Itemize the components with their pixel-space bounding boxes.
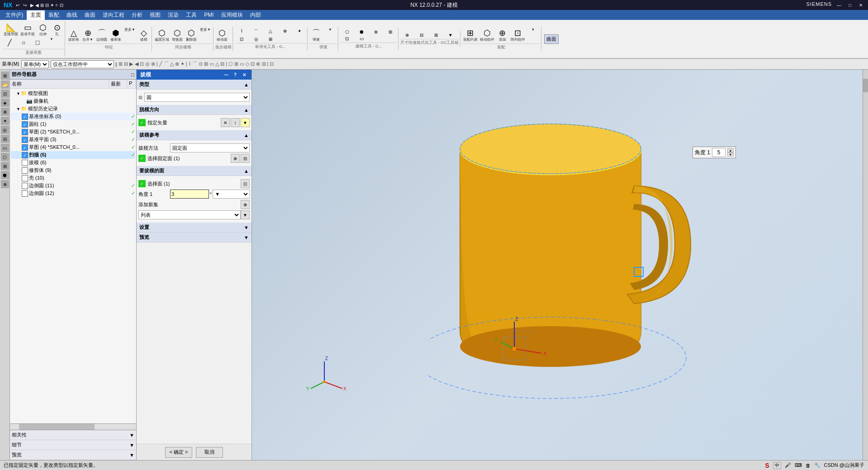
tree-datum[interactable]: ✓ 基准坐标系 (0) ✓ bbox=[11, 113, 135, 120]
angle1-formula-select[interactable]: ▼ bbox=[213, 190, 250, 199]
left-icon-1[interactable]: ⊞ bbox=[1, 71, 9, 80]
draft-btn[interactable]: ◇拔模 bbox=[137, 28, 151, 43]
curve-btn3[interactable]: △ bbox=[264, 28, 277, 35]
nav-preview[interactable]: 预览 ▼ bbox=[10, 450, 136, 460]
angle1-input[interactable] bbox=[170, 190, 209, 199]
tree-model-view[interactable]: ▼ 📁 模型视图 bbox=[11, 90, 135, 97]
left-icon-11[interactable]: ⊞ bbox=[1, 162, 9, 170]
fixed-face-add-btn[interactable]: ⊕ bbox=[231, 154, 240, 163]
more-sync-btn[interactable]: 更多▼ bbox=[199, 28, 212, 43]
close-btn[interactable]: ✕ bbox=[857, 1, 864, 9]
nav-details[interactable]: 细节 ▼ bbox=[10, 440, 136, 450]
line-btn[interactable]: ╱ bbox=[3, 37, 16, 48]
curve-btn1[interactable]: ⌇ bbox=[235, 28, 248, 35]
move-component-btn[interactable]: ⬡移动组件 bbox=[479, 28, 495, 43]
rect-btn[interactable]: □ bbox=[31, 37, 44, 48]
left-icon-12[interactable]: ⬢ bbox=[1, 171, 9, 179]
dim-btn3[interactable]: ⊞ bbox=[429, 32, 443, 38]
sketch-btn[interactable]: 📐 直接草图 bbox=[3, 22, 19, 37]
menu-reverse[interactable]: 逆向工程 bbox=[99, 10, 128, 20]
right-scrollbar[interactable] bbox=[863, 70, 868, 460]
menu-view[interactable]: 视图 bbox=[146, 10, 164, 20]
add-component-btn[interactable]: ⊕添加 bbox=[496, 28, 509, 43]
angle-spin-down[interactable]: ▼ bbox=[727, 152, 734, 157]
menu-home[interactable]: 主页 bbox=[27, 10, 45, 20]
curve-btn6[interactable]: ⊡ bbox=[235, 36, 248, 42]
ok-button[interactable]: < 确定 > bbox=[165, 447, 192, 458]
left-icon-2[interactable]: 📂 bbox=[1, 81, 9, 89]
menu-apps[interactable]: 应用模块 bbox=[218, 10, 247, 20]
nav-related[interactable]: 相关性 ▼ bbox=[10, 430, 136, 440]
build-btn1[interactable]: ⬡ bbox=[340, 29, 354, 35]
dialog-min-btn[interactable]: — bbox=[223, 71, 230, 78]
list-expand-btn[interactable]: ▼ bbox=[241, 210, 250, 219]
vector-clear-btn[interactable]: ✕ bbox=[221, 118, 230, 127]
curve-btn4[interactable]: ⊕ bbox=[278, 28, 292, 35]
tree-sketch2[interactable]: ✓ 草图 (2) *SKETCH_0... ✓ bbox=[11, 128, 135, 136]
tree-check-sweep5[interactable]: ✓ bbox=[22, 152, 28, 158]
tree-check-cylinder[interactable]: ✓ bbox=[22, 121, 28, 128]
menu-tools[interactable]: 工具 bbox=[182, 10, 200, 20]
asm-more-btn[interactable]: ▼ bbox=[526, 28, 540, 43]
datum-plane-btn[interactable]: ▭ 基准平面 bbox=[19, 22, 36, 37]
menu-file[interactable]: 文件(F) bbox=[2, 10, 27, 20]
curve-btn8[interactable]: ⊞ bbox=[264, 36, 277, 42]
more-sketch-btn[interactable]: ▼ bbox=[45, 37, 58, 48]
menu-pmi[interactable]: PMI bbox=[200, 11, 217, 19]
method-select[interactable]: 固定面 bbox=[170, 143, 250, 152]
circle-btn[interactable]: ○ bbox=[17, 37, 30, 48]
tree-check-shell10[interactable] bbox=[22, 175, 28, 181]
curve-btn7[interactable]: ◎ bbox=[249, 36, 263, 42]
draft-faces-section-header[interactable]: 要拔模的面 ▲ bbox=[137, 166, 251, 176]
more-feature-btn[interactable]: 更多▼ bbox=[123, 28, 137, 43]
menu-assembly[interactable]: 装配 bbox=[45, 10, 63, 20]
menu-surface[interactable]: 曲面 bbox=[81, 10, 99, 20]
left-icon-5[interactable]: ⊕ bbox=[1, 108, 9, 116]
list-select[interactable]: 列表 bbox=[138, 210, 241, 219]
left-icon-9[interactable]: ▭ bbox=[1, 144, 9, 152]
curve-btn5[interactable]: ✦ bbox=[293, 28, 306, 35]
type-select[interactable]: 圆 bbox=[144, 93, 250, 102]
delete-face-btn[interactable]: ⬡删除面 bbox=[185, 28, 198, 43]
left-icon-6[interactable]: ✦ bbox=[1, 117, 9, 125]
dialog-help-btn[interactable]: ? bbox=[232, 71, 239, 78]
offset-region-btn[interactable]: ⬡偏置区域 bbox=[154, 28, 170, 43]
dim-btn1[interactable]: ⊕ bbox=[400, 32, 414, 38]
build-btn6[interactable]: ▭ bbox=[355, 36, 368, 42]
settings-section-header[interactable]: 设置 ▼ bbox=[137, 223, 251, 233]
replace-face-btn[interactable]: ⬡替换面 bbox=[171, 28, 184, 43]
draft-dir-section-header[interactable]: 脱模方向 ▲ bbox=[137, 105, 251, 115]
modify-body-btn[interactable]: ⬢修剪体 bbox=[109, 28, 123, 43]
tree-datum3[interactable]: ✓ 基准平面 (3) ✓ bbox=[11, 136, 135, 143]
tree-check-sketch2[interactable]: ✓ bbox=[22, 129, 28, 135]
tree-check-sketch4[interactable]: ✓ bbox=[22, 144, 28, 151]
menu-render[interactable]: 渲染 bbox=[164, 10, 182, 20]
build-btn3[interactable]: ⊕ bbox=[369, 29, 383, 35]
draft-ref-section-header[interactable]: 拔模参考 ▲ bbox=[137, 130, 251, 140]
menu-curve[interactable]: 曲线 bbox=[63, 10, 81, 20]
draft-angle-btn[interactable]: △拔斜角 bbox=[67, 28, 81, 43]
type-section-header[interactable]: 类型 ▲ bbox=[137, 80, 251, 90]
undo-btn[interactable]: ↩ bbox=[16, 3, 19, 8]
vector-reverse-btn[interactable]: ↕ bbox=[231, 118, 240, 127]
edge-blend-btn[interactable]: ⌒边倒圆 bbox=[95, 28, 109, 43]
unit-select[interactable]: 菜单(M) bbox=[21, 60, 49, 68]
more-spring-btn[interactable]: ▼ bbox=[323, 28, 337, 43]
tree-sweep5[interactable]: ✓ 扫描 (5) ✓ bbox=[11, 151, 135, 159]
asm-constraint-btn[interactable]: ⊞装配约束 bbox=[462, 28, 479, 43]
tree-edgeblend12[interactable]: 边倒圆 (12) ✓ bbox=[11, 190, 135, 197]
tree-check-datum3[interactable]: ✓ bbox=[22, 137, 28, 143]
tree-check-edgeblend11[interactable] bbox=[22, 183, 28, 189]
tree-edgeblend11[interactable]: 边倒圆 (11) ✓ bbox=[11, 182, 135, 190]
tree-camera[interactable]: 📷 摄像机 bbox=[11, 97, 135, 105]
filter-select[interactable]: 仅在工作部件中 bbox=[51, 60, 114, 68]
angle-badge-input[interactable]: 5 bbox=[712, 148, 726, 157]
angle-spin-up[interactable]: ▲ bbox=[727, 148, 734, 152]
nav-scrollbar[interactable] bbox=[10, 423, 136, 430]
status-icon3[interactable]: 🔧 bbox=[814, 462, 821, 468]
dim-btn2[interactable]: ⊟ bbox=[415, 32, 428, 38]
dialog-close-btn[interactable]: ✕ bbox=[241, 71, 248, 78]
tree-check-edgeblend12[interactable] bbox=[22, 190, 28, 197]
mic-icon[interactable]: 🎤 bbox=[785, 462, 791, 468]
add-set-btn[interactable]: ⊕ bbox=[241, 200, 250, 209]
